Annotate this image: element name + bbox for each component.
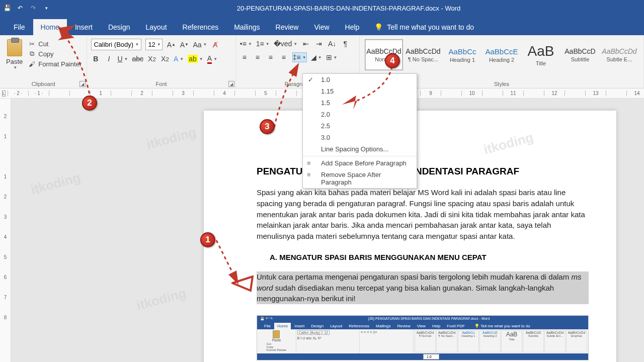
paste-icon xyxy=(7,39,22,56)
vertical-ruler[interactable]: 2112345678 xyxy=(0,99,11,362)
tab-mailings[interactable]: Mailings xyxy=(226,19,267,35)
spacing-option-3.0[interactable]: 3.0 xyxy=(303,132,417,143)
tab-layout[interactable]: Layout xyxy=(138,19,175,35)
redo-icon[interactable]: ↷ xyxy=(29,4,37,12)
lightbulb-icon: 💡 xyxy=(374,23,383,31)
style-heading1[interactable]: AaBbCcHeading 1 xyxy=(443,39,481,70)
tab-selector[interactable]: L xyxy=(2,90,6,97)
align-center-button[interactable]: ≡ xyxy=(253,52,262,62)
save-icon[interactable]: 💾 xyxy=(3,4,11,12)
font-color-button[interactable]: A▼ xyxy=(207,54,217,64)
style-subtle[interactable]: AaBbCcDdSubtle E... xyxy=(600,39,638,70)
spacing-option-2.0[interactable]: 2.0 xyxy=(303,109,417,120)
tab-review[interactable]: Review xyxy=(268,19,306,35)
spacing-options-more[interactable]: Line Spacing Options... xyxy=(303,143,417,155)
style-title[interactable]: AaBTitle xyxy=(522,39,560,70)
add-space-before[interactable]: ≡Add Space Before Paragraph xyxy=(303,157,417,169)
qat-customize-icon[interactable]: ▾ xyxy=(42,4,50,12)
paste-button[interactable]: Paste ▼ xyxy=(3,37,26,72)
text-effects-button[interactable]: A▼ xyxy=(174,54,184,64)
annotation-marker-2: 2 xyxy=(82,96,97,111)
remove-space-after[interactable]: ≡Remove Space After Paragraph xyxy=(303,169,417,188)
annotation-marker-3: 3 xyxy=(260,119,275,134)
tab-design[interactable]: Design xyxy=(101,19,138,35)
doc-paragraph-selected: Untuk cara pertama mengenai pengaturan s… xyxy=(257,272,589,304)
italic-button[interactable]: I xyxy=(104,54,113,64)
title-bar: 💾 ↶ ↷ ▾ 20-PENGATURAN-SPASI-BARIS-DAN-IN… xyxy=(0,0,644,16)
show-marks-button[interactable]: ¶ xyxy=(341,39,350,49)
strike-button[interactable]: abc xyxy=(132,54,143,64)
clear-format-button[interactable]: A̸ xyxy=(211,40,220,50)
chevron-down-icon: ▼ xyxy=(157,42,161,47)
doc-subheading: A. MENGATUR SPASI BARIS MENGGUNAKAN MENU… xyxy=(270,253,589,261)
font-size-combo[interactable]: 12▼ xyxy=(145,39,163,50)
font-launcher[interactable]: ◢ xyxy=(228,81,234,87)
spacing-option-1.5[interactable]: 1.5 xyxy=(303,97,417,109)
annotation-marker-4: 4 xyxy=(385,53,400,68)
align-right-button[interactable]: ≡ xyxy=(266,52,275,62)
space-before-icon: ≡ xyxy=(307,159,315,167)
decrease-indent-button[interactable]: ⇤ xyxy=(301,39,310,49)
shading-button[interactable]: ◢▼ xyxy=(311,52,322,62)
style-no-spacing[interactable]: AaBbCcDd¶ No Spac... xyxy=(404,39,442,70)
scissors-icon: ✂ xyxy=(28,40,36,48)
tab-home[interactable]: Home xyxy=(33,19,67,35)
chevron-down-icon[interactable]: ▼ xyxy=(13,65,17,70)
space-after-icon: ≡ xyxy=(307,171,315,178)
bold-button[interactable]: B xyxy=(91,54,100,64)
sort-button[interactable]: A↓ xyxy=(328,39,337,49)
embedded-screenshot: 💾 ↶ ↷(20) PENGATURAN SPASI BARIS DAN IND… xyxy=(257,315,589,360)
tell-me[interactable]: 💡 Tell me what you want to do xyxy=(374,23,474,35)
tab-references[interactable]: References xyxy=(175,19,226,35)
font-family-combo[interactable]: Calibri (Body)▼ xyxy=(91,39,141,50)
group-clipboard: Paste ▼ ✂Cut ⧉Copy 🖌Format Painter Clipb… xyxy=(0,35,87,88)
doc-paragraph: Spasi yang akan kita bahas pada materi b… xyxy=(257,187,589,242)
window-title: 20-PENGATURAN-SPASI-BARIS-DAN-INDENTASI-… xyxy=(53,5,644,12)
align-left-button[interactable]: ≡ xyxy=(240,52,249,62)
annotation-marker-1: 1 xyxy=(200,232,215,247)
bullets-button[interactable]: •≡▼ xyxy=(240,39,252,49)
ribbon-tabs: File Home Insert Design Layout Reference… xyxy=(0,16,644,35)
superscript-button[interactable]: X2 xyxy=(160,54,170,64)
cut-button[interactable]: ✂Cut xyxy=(27,39,83,48)
shrink-font-button[interactable]: A▼ xyxy=(180,40,189,50)
line-spacing-menu: 1.0 1.15 1.5 2.0 2.5 3.0 Line Spacing Op… xyxy=(302,73,417,189)
grow-font-button[interactable]: A▲ xyxy=(167,40,176,50)
copy-icon: ⧉ xyxy=(28,50,36,58)
numbering-button[interactable]: 1≡▼ xyxy=(256,39,270,49)
style-heading2[interactable]: AaBbCcEHeading 2 xyxy=(482,39,521,70)
spacing-option-1.15[interactable]: 1.15 xyxy=(303,85,417,97)
undo-icon[interactable]: ↶ xyxy=(16,4,24,12)
chevron-down-icon: ▼ xyxy=(135,42,139,47)
clipboard-launcher[interactable]: ◢ xyxy=(79,81,86,87)
quick-access-toolbar: 💾 ↶ ↷ ▾ xyxy=(0,4,53,12)
tab-file[interactable]: File xyxy=(6,19,33,35)
style-subtitle[interactable]: AaBbCcDSubtitle xyxy=(561,39,599,70)
highlight-button[interactable]: ab▼ xyxy=(188,54,203,64)
justify-button[interactable]: ≡ xyxy=(279,52,288,62)
format-painter-button[interactable]: 🖌Format Painter xyxy=(27,59,83,68)
group-font: Calibri (Body)▼ 12▼ A▲ A▼ Aa▼ A̸ B I U▼ … xyxy=(87,35,235,88)
borders-button[interactable]: ⊞▼ xyxy=(326,52,338,62)
increase-indent-button[interactable]: ⇥ xyxy=(314,39,324,49)
tab-insert[interactable]: Insert xyxy=(67,19,100,35)
tab-help[interactable]: Help xyxy=(338,19,367,35)
brush-icon: 🖌 xyxy=(28,60,36,68)
change-case-button[interactable]: Aa▼ xyxy=(193,40,207,50)
spacing-option-2.5[interactable]: 2.5 xyxy=(303,120,417,132)
spacing-option-1.0[interactable]: 1.0 xyxy=(303,74,417,85)
line-spacing-button[interactable]: ‡≡▼ xyxy=(292,52,307,62)
tab-view[interactable]: View xyxy=(306,19,337,35)
multilevel-button[interactable]: �ved▼ xyxy=(274,39,298,49)
subscript-button[interactable]: X2 xyxy=(147,54,156,64)
copy-button[interactable]: ⧉Copy xyxy=(27,49,83,58)
underline-button[interactable]: U▼ xyxy=(117,54,128,64)
